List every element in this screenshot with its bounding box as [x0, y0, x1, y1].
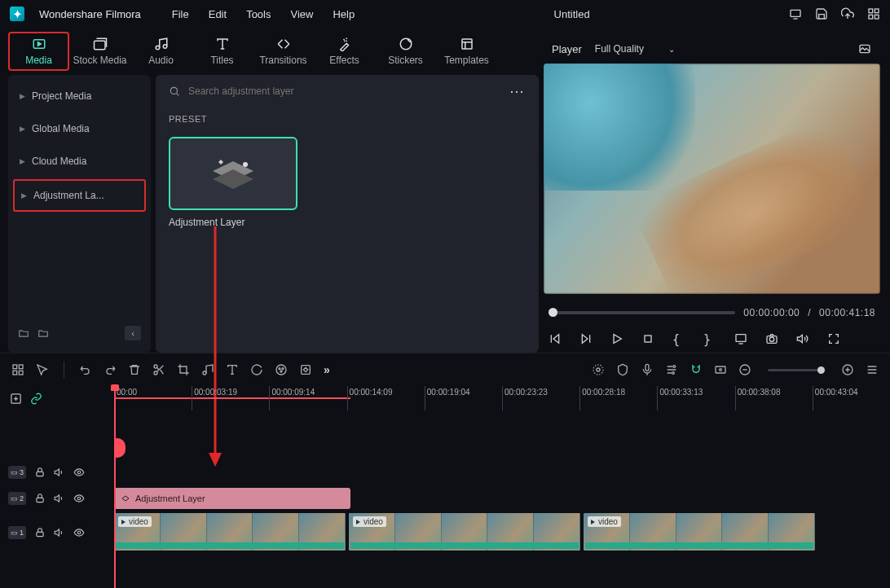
list-view-icon[interactable]: [866, 363, 879, 376]
fullscreen-icon[interactable]: [827, 332, 840, 345]
color-icon[interactable]: [275, 363, 288, 376]
visibility-icon[interactable]: [73, 467, 85, 478]
display-icon[interactable]: [734, 332, 747, 345]
svg-point-33: [154, 371, 157, 375]
link-icon[interactable]: [30, 393, 42, 405]
crop-icon[interactable]: [177, 363, 190, 376]
menu-help[interactable]: Help: [333, 8, 355, 20]
text-icon[interactable]: [226, 363, 239, 376]
sidebar-footer: ‹: [8, 318, 151, 348]
svg-point-38: [280, 371, 282, 372]
ruler-tick: 00:00:43:04: [815, 388, 858, 397]
tab-transitions[interactable]: Transitions: [253, 33, 314, 69]
tab-titles[interactable]: Titles: [192, 33, 253, 69]
zoom-out-icon[interactable]: [738, 363, 751, 376]
svg-point-8: [156, 46, 160, 50]
video-clip[interactable]: video: [349, 513, 580, 551]
layout-icon[interactable]: [11, 363, 24, 376]
keyframe-icon[interactable]: [299, 363, 312, 376]
sidebar-item-project-media[interactable]: ▶Project Media: [8, 80, 151, 112]
folder-icon[interactable]: [37, 327, 49, 339]
visibility-icon[interactable]: [73, 493, 85, 504]
tab-stock-media[interactable]: Stock Media: [69, 33, 130, 69]
track-content-2[interactable]: Adjustment Layer: [114, 485, 890, 511]
tab-stickers[interactable]: Stickers: [375, 33, 436, 69]
lock-icon[interactable]: [34, 467, 46, 478]
undo-icon[interactable]: [79, 363, 92, 376]
mark-out-icon[interactable]: }: [703, 332, 716, 345]
svg-rect-23: [645, 336, 651, 342]
menu-tools[interactable]: Tools: [246, 8, 271, 20]
track-badge[interactable]: ▭3: [8, 466, 26, 479]
redo-icon[interactable]: [104, 363, 117, 376]
cursor-icon[interactable]: [36, 363, 49, 376]
preset-card-adjustment-layer[interactable]: Adjustment Layer: [169, 137, 297, 228]
adjustment-layer-clip[interactable]: Adjustment Layer: [114, 488, 350, 509]
mute-icon[interactable]: [54, 527, 65, 538]
shield-icon[interactable]: [616, 363, 629, 376]
track-row-1: ▭1 video video video: [0, 511, 890, 554]
seek-slider[interactable]: [549, 311, 735, 314]
track-content-1[interactable]: video video video: [114, 511, 890, 554]
mute-icon[interactable]: [54, 493, 65, 504]
zoom-in-icon[interactable]: [841, 363, 854, 376]
video-clip[interactable]: video: [584, 513, 815, 551]
sidebar-item-adjustment-layer[interactable]: ▶Adjustment La...: [13, 179, 146, 212]
menu-view[interactable]: View: [290, 8, 313, 20]
marker-icon[interactable]: [592, 363, 605, 376]
sidebar-item-global-media[interactable]: ▶Global Media: [8, 112, 151, 145]
tab-media[interactable]: Media: [8, 32, 69, 71]
svg-rect-29: [19, 365, 23, 369]
mute-icon[interactable]: [54, 467, 65, 478]
menu-file[interactable]: File: [172, 8, 189, 20]
play-icon[interactable]: [610, 332, 623, 345]
lock-icon[interactable]: [34, 527, 46, 538]
delete-icon[interactable]: [128, 363, 141, 376]
collapse-sidebar-button[interactable]: ‹: [125, 326, 141, 340]
track-badge[interactable]: ▭1: [8, 526, 26, 539]
snapshot-icon[interactable]: [857, 42, 872, 55]
track-content-3[interactable]: [114, 459, 890, 485]
ratio-icon[interactable]: [714, 363, 727, 376]
add-track-icon[interactable]: [10, 393, 22, 405]
app-logo: ✦: [10, 7, 24, 21]
play-backward-icon[interactable]: [579, 332, 593, 345]
prev-frame-icon[interactable]: [549, 332, 562, 345]
camera-icon[interactable]: [765, 332, 778, 345]
preset-thumbnail[interactable]: [169, 137, 297, 210]
sidebar: ▶Project Media ▶Global Media ▶Cloud Medi…: [8, 75, 151, 353]
new-folder-icon[interactable]: [18, 327, 29, 339]
templates-icon: [458, 37, 476, 51]
apps-icon[interactable]: [867, 7, 880, 20]
tab-audio[interactable]: Audio: [130, 33, 192, 69]
more-tools-button[interactable]: »: [324, 363, 330, 376]
magnet-icon[interactable]: [690, 363, 703, 376]
lock-icon[interactable]: [34, 493, 46, 504]
tab-templates[interactable]: Templates: [436, 33, 497, 69]
visibility-icon[interactable]: [73, 527, 85, 538]
svg-marker-51: [55, 469, 59, 476]
video-clip[interactable]: video: [114, 513, 346, 551]
mic-icon[interactable]: [641, 363, 654, 376]
stop-icon[interactable]: [641, 332, 654, 345]
save-icon[interactable]: [815, 7, 828, 20]
tab-effects[interactable]: Effects: [314, 33, 375, 69]
mark-in-icon[interactable]: {: [672, 332, 685, 345]
svg-marker-18: [553, 335, 559, 344]
menu-edit[interactable]: Edit: [209, 8, 227, 20]
speed-icon[interactable]: [201, 363, 214, 376]
mixer-icon[interactable]: [665, 363, 678, 376]
cut-icon[interactable]: [152, 363, 165, 376]
search-input[interactable]: [188, 86, 501, 97]
more-options-button[interactable]: ⋯: [509, 82, 526, 100]
sidebar-item-cloud-media[interactable]: ▶Cloud Media: [8, 145, 151, 178]
device-icon[interactable]: [789, 7, 802, 20]
zoom-slider[interactable]: [768, 369, 825, 371]
preview-viewport[interactable]: [544, 64, 880, 294]
track-badge[interactable]: ▭2: [8, 492, 26, 505]
rotate-icon[interactable]: [250, 363, 263, 376]
quality-dropdown[interactable]: Full Quality ⌄: [595, 43, 675, 55]
cloud-upload-icon[interactable]: [841, 7, 854, 20]
volume-icon[interactable]: [796, 332, 809, 345]
ruler[interactable]: 00:00 00:00:03:19 00:00:09:14 00:00:14:0…: [114, 386, 890, 410]
